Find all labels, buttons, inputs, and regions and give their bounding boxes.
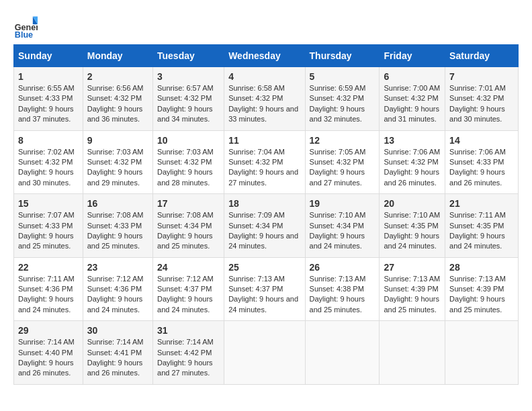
daylight-label: Daylight: 9 hours and 26 minutes. (449, 168, 505, 186)
day-number: 1 (18, 71, 79, 82)
sunrise-label: Sunrise: 7:14 AM (87, 338, 144, 346)
sunset-label: Sunset: 4:32 PM (87, 94, 142, 102)
sunrise-label: Sunrise: 7:03 AM (87, 148, 144, 156)
sunrise-label: Sunrise: 7:00 AM (384, 84, 440, 92)
sunset-label: Sunset: 4:35 PM (384, 222, 438, 230)
calendar-cell: 25 Sunrise: 7:13 AM Sunset: 4:37 PM Dayl… (224, 257, 305, 321)
col-tuesday: Tuesday (153, 45, 224, 67)
sunset-label: Sunset: 4:41 PM (87, 349, 142, 357)
day-number: 30 (87, 325, 148, 336)
day-number: 8 (18, 135, 79, 146)
calendar-cell: 18 Sunrise: 7:09 AM Sunset: 4:34 PM Dayl… (224, 194, 305, 258)
calendar-table: Sunday Monday Tuesday Wednesday Thursday… (13, 44, 519, 385)
daylight-label: Daylight: 9 hours and 31 minutes. (384, 105, 439, 123)
sunrise-label: Sunrise: 7:06 AM (449, 148, 506, 156)
sunrise-label: Sunrise: 7:07 AM (18, 211, 75, 219)
calendar-cell: 7 Sunrise: 7:01 AM Sunset: 4:32 PM Dayli… (445, 67, 519, 131)
calendar-cell: 22 Sunrise: 7:11 AM Sunset: 4:36 PM Dayl… (14, 257, 83, 321)
cell-info: Sunrise: 7:02 AM Sunset: 4:32 PM Dayligh… (18, 147, 79, 189)
cell-info: Sunrise: 7:01 AM Sunset: 4:32 PM Dayligh… (449, 83, 514, 125)
logo: General Blue (13, 13, 40, 38)
day-number: 9 (87, 135, 148, 146)
cell-info: Sunrise: 6:57 AM Sunset: 4:32 PM Dayligh… (157, 83, 220, 125)
calendar-week-row: 22 Sunrise: 7:11 AM Sunset: 4:36 PM Dayl… (14, 257, 519, 321)
day-number: 5 (310, 71, 375, 82)
day-number: 17 (157, 198, 220, 209)
daylight-label: Daylight: 9 hours and 24 minutes. (87, 295, 143, 313)
cell-info: Sunrise: 7:00 AM Sunset: 4:32 PM Dayligh… (384, 83, 441, 125)
cell-info: Sunrise: 7:12 AM Sunset: 4:36 PM Dayligh… (87, 274, 148, 316)
cell-info: Sunrise: 7:12 AM Sunset: 4:37 PM Dayligh… (157, 274, 220, 316)
sunset-label: Sunset: 4:32 PM (384, 94, 438, 102)
calendar-cell: 5 Sunrise: 6:59 AM Sunset: 4:32 PM Dayli… (305, 67, 380, 131)
calendar-cell: 11 Sunrise: 7:04 AM Sunset: 4:32 PM Dayl… (224, 130, 305, 194)
cell-info: Sunrise: 7:14 AM Sunset: 4:41 PM Dayligh… (87, 337, 148, 379)
sunset-label: Sunset: 4:32 PM (87, 158, 142, 166)
daylight-label: Daylight: 9 hours and 34 minutes. (157, 105, 213, 123)
day-number: 13 (384, 135, 441, 146)
daylight-label: Daylight: 9 hours and 28 minutes. (157, 168, 213, 186)
daylight-label: Daylight: 9 hours and 27 minutes. (157, 359, 213, 377)
svg-text:Blue: Blue (15, 30, 33, 38)
sunset-label: Sunset: 4:32 PM (228, 94, 283, 102)
calendar-cell: 10 Sunrise: 7:03 AM Sunset: 4:32 PM Dayl… (153, 130, 224, 194)
day-number: 23 (87, 262, 148, 273)
day-number: 3 (157, 71, 220, 82)
calendar-cell: 24 Sunrise: 7:12 AM Sunset: 4:37 PM Dayl… (153, 257, 224, 321)
sunrise-label: Sunrise: 7:13 AM (310, 275, 366, 283)
calendar-cell: 16 Sunrise: 7:08 AM Sunset: 4:33 PM Dayl… (83, 194, 152, 258)
cell-info: Sunrise: 7:08 AM Sunset: 4:34 PM Dayligh… (157, 210, 220, 252)
calendar-cell: 8 Sunrise: 7:02 AM Sunset: 4:32 PM Dayli… (14, 130, 83, 194)
daylight-label: Daylight: 9 hours and 25 minutes. (310, 295, 365, 313)
daylight-label: Daylight: 9 hours and 27 minutes. (310, 168, 365, 186)
sunrise-label: Sunrise: 6:55 AM (18, 84, 75, 92)
daylight-label: Daylight: 9 hours and 25 minutes. (449, 295, 505, 313)
calendar-cell (224, 321, 305, 385)
calendar-cell: 19 Sunrise: 7:10 AM Sunset: 4:34 PM Dayl… (305, 194, 380, 258)
sunset-label: Sunset: 4:32 PM (18, 158, 73, 166)
sunrise-label: Sunrise: 7:05 AM (310, 148, 366, 156)
cell-info: Sunrise: 7:13 AM Sunset: 4:39 PM Dayligh… (384, 274, 441, 316)
sunset-label: Sunset: 4:38 PM (310, 285, 364, 293)
sunrise-label: Sunrise: 7:13 AM (449, 275, 506, 283)
calendar-cell: 2 Sunrise: 6:56 AM Sunset: 4:32 PM Dayli… (83, 67, 152, 131)
cell-info: Sunrise: 7:10 AM Sunset: 4:34 PM Dayligh… (310, 210, 375, 252)
daylight-label: Daylight: 9 hours and 26 minutes. (87, 359, 143, 377)
sunset-label: Sunset: 4:36 PM (18, 285, 73, 293)
daylight-label: Daylight: 9 hours and 37 minutes. (18, 105, 74, 123)
day-number: 16 (87, 198, 148, 209)
sunrise-label: Sunrise: 6:56 AM (87, 84, 144, 92)
day-number: 11 (228, 135, 300, 146)
sunset-label: Sunset: 4:42 PM (157, 349, 212, 357)
daylight-label: Daylight: 9 hours and 33 minutes. (228, 105, 298, 123)
cell-info: Sunrise: 7:13 AM Sunset: 4:37 PM Dayligh… (228, 274, 300, 316)
sunset-label: Sunset: 4:32 PM (310, 158, 364, 166)
calendar-cell: 14 Sunrise: 7:06 AM Sunset: 4:33 PM Dayl… (445, 130, 519, 194)
day-number: 28 (449, 262, 514, 273)
calendar-cell: 12 Sunrise: 7:05 AM Sunset: 4:32 PM Dayl… (305, 130, 380, 194)
calendar-cell: 6 Sunrise: 7:00 AM Sunset: 4:32 PM Dayli… (380, 67, 445, 131)
day-number: 15 (18, 198, 79, 209)
calendar-cell: 1 Sunrise: 6:55 AM Sunset: 4:33 PM Dayli… (14, 67, 83, 131)
cell-info: Sunrise: 7:03 AM Sunset: 4:32 PM Dayligh… (87, 147, 148, 189)
calendar-cell: 28 Sunrise: 7:13 AM Sunset: 4:39 PM Dayl… (445, 257, 519, 321)
calendar-week-row: 8 Sunrise: 7:02 AM Sunset: 4:32 PM Dayli… (14, 130, 519, 194)
calendar-cell (445, 321, 519, 385)
sunrise-label: Sunrise: 7:13 AM (228, 275, 285, 283)
cell-info: Sunrise: 6:58 AM Sunset: 4:32 PM Dayligh… (228, 83, 300, 125)
sunrise-label: Sunrise: 7:12 AM (87, 275, 144, 283)
sunrise-label: Sunrise: 7:01 AM (449, 84, 506, 92)
calendar-cell: 21 Sunrise: 7:11 AM Sunset: 4:35 PM Dayl… (445, 194, 519, 258)
sunset-label: Sunset: 4:36 PM (87, 285, 142, 293)
daylight-label: Daylight: 9 hours and 30 minutes. (18, 168, 74, 186)
calendar-cell: 27 Sunrise: 7:13 AM Sunset: 4:39 PM Dayl… (380, 257, 445, 321)
day-number: 4 (228, 71, 300, 82)
sunset-label: Sunset: 4:40 PM (18, 349, 73, 357)
day-number: 20 (384, 198, 441, 209)
cell-info: Sunrise: 7:11 AM Sunset: 4:36 PM Dayligh… (18, 274, 79, 316)
calendar-cell: 20 Sunrise: 7:10 AM Sunset: 4:35 PM Dayl… (380, 194, 445, 258)
daylight-label: Daylight: 9 hours and 26 minutes. (18, 359, 74, 377)
sunset-label: Sunset: 4:34 PM (228, 222, 283, 230)
sunrise-label: Sunrise: 7:14 AM (157, 338, 214, 346)
cell-info: Sunrise: 7:10 AM Sunset: 4:35 PM Dayligh… (384, 210, 441, 252)
